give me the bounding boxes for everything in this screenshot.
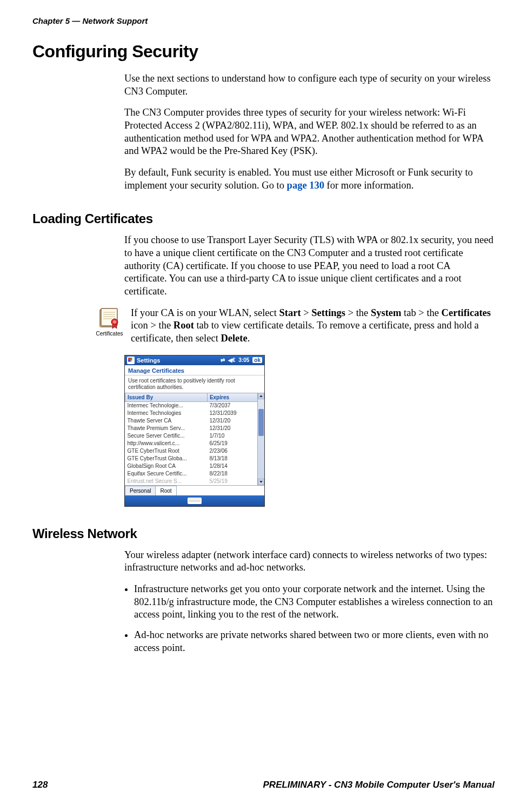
publication-title: PRELIMINARY - CN3 Mobile Computer User's… <box>263 780 495 790</box>
bullet-list: Infrastructure networks get you onto you… <box>134 583 495 654</box>
text-fragment: If your CA is on your WLAN, select <box>131 307 279 318</box>
page-title: Configuring Security <box>32 42 495 62</box>
svg-point-7 <box>113 320 116 324</box>
body-paragraph: The CN3 Computer provides three types of… <box>124 106 495 158</box>
col-header-expires[interactable]: Expires <box>207 393 257 401</box>
sip-keyboard-icon[interactable] <box>188 498 202 504</box>
tab-root[interactable]: Root <box>155 486 176 495</box>
table-row[interactable]: Intermec Technologies12/31/2039 <box>125 410 258 417</box>
ok-button[interactable]: ok <box>252 357 262 363</box>
cell-issued-by: Intermec Technologie... <box>125 401 208 410</box>
scroll-thumb[interactable] <box>258 409 264 436</box>
list-item-text: Infrastructure networks get you onto you… <box>134 583 493 620</box>
table-row[interactable]: Entrust.net Secure S...5/25/19 <box>125 478 258 485</box>
table-row[interactable]: Secure Server Certific...1/7/10 <box>125 432 258 440</box>
ui-path-step: Root <box>174 320 194 331</box>
cell-expires: 7/3/2037 <box>207 401 257 410</box>
list-item-text: Ad-hoc networks are private networks sha… <box>134 629 489 653</box>
table-row[interactable]: Thawte Server CA12/31/20 <box>125 417 258 425</box>
table-row[interactable]: GTE CyberTrust Globa...8/13/18 <box>125 455 258 462</box>
applet-subtitle: Manage Certificates <box>125 365 264 375</box>
wm-titlebar: Settings ⇄ ◀€ 3:05 ok <box>125 355 264 365</box>
body-paragraph: If you choose to use Transport Layer Sec… <box>124 234 495 298</box>
certificate-list-scrollpane[interactable]: Issued By Expires Intermec Technologie..… <box>125 393 264 485</box>
page-footer: 128 PRELIMINARY - CN3 Mobile Computer Us… <box>32 780 495 790</box>
text-fragment: for more information. <box>324 180 413 191</box>
cell-expires: 8/22/18 <box>207 470 257 478</box>
text-fragment: tab > the <box>401 307 441 318</box>
cell-expires: 8/13/18 <box>207 455 257 462</box>
cell-issued-by: http://www.valicert.c... <box>125 440 208 447</box>
table-row[interactable]: GTE CyberTrust Root2/23/06 <box>125 447 258 455</box>
certificates-icon-label: Certificates <box>95 331 124 337</box>
wm-bottombar <box>125 495 264 506</box>
embedded-screenshot-certificates: Settings ⇄ ◀€ 3:05 ok Manage Certificate… <box>124 355 265 507</box>
body-paragraph: Your wireless adapter (network interface… <box>124 549 495 574</box>
table-row[interactable]: Equifax Secure Certific...8/22/18 <box>125 470 258 478</box>
ui-path-step: Start <box>279 307 301 318</box>
scroll-up-button[interactable] <box>258 393 264 399</box>
ui-path-step: Settings <box>311 307 345 318</box>
certificate-icon <box>98 308 122 330</box>
list-item: Ad-hoc networks are private networks sha… <box>134 629 495 654</box>
tab-bar: Personal Root <box>125 485 264 495</box>
table-row[interactable]: GlobalSign Root CA1/28/14 <box>125 462 258 470</box>
body-paragraph: By default, Funk security is enabled. Yo… <box>124 166 495 192</box>
body-paragraph: If your CA is on your WLAN, select Start… <box>131 307 495 345</box>
connectivity-icon[interactable]: ⇄ <box>221 357 225 363</box>
cell-issued-by: GlobalSign Root CA <box>125 462 208 470</box>
cell-expires: 12/31/20 <box>207 417 257 425</box>
cell-expires: 12/31/20 <box>207 425 257 432</box>
ui-path-step: Certificates <box>442 307 491 318</box>
cell-expires: 1/7/10 <box>207 432 257 440</box>
cell-issued-by: Thawte Premium Serv... <box>125 425 208 432</box>
ui-path-step: Delete <box>221 333 247 344</box>
cell-issued-by: Thawte Server CA <box>125 417 208 425</box>
cell-issued-by: Secure Server Certific... <box>125 432 208 440</box>
clock-label: 3:05 <box>238 357 249 363</box>
cell-issued-by: GTE CyberTrust Globa... <box>125 455 208 462</box>
instruction-text: Use root certificates to positively iden… <box>125 375 264 393</box>
table-row[interactable]: http://www.valicert.c...6/25/19 <box>125 440 258 447</box>
start-menu-icon[interactable] <box>127 357 135 364</box>
cell-expires: 6/25/19 <box>207 440 257 447</box>
table-row[interactable]: Thawte Premium Serv...12/31/20 <box>125 425 258 432</box>
certificate-table: Issued By Expires Intermec Technologie..… <box>125 393 258 485</box>
col-header-issued-by[interactable]: Issued By <box>125 393 208 401</box>
body-paragraph: Use the next sections to understand how … <box>124 72 495 98</box>
text-fragment: . <box>248 333 250 344</box>
page-number: 128 <box>32 780 48 790</box>
certificates-applet-icon: Certificates <box>95 307 124 350</box>
cell-expires: 2/23/06 <box>207 447 257 455</box>
applet-title: Settings <box>137 357 160 364</box>
section-heading-wireless-network: Wireless Network <box>32 526 495 541</box>
volume-icon[interactable]: ◀€ <box>228 357 236 363</box>
text-fragment: > <box>301 307 312 318</box>
cell-expires: 1/28/14 <box>207 462 257 470</box>
cell-expires: 5/25/19 <box>207 478 257 485</box>
cell-issued-by: Entrust.net Secure S... <box>125 478 208 485</box>
text-fragment: > the <box>345 307 371 318</box>
cell-issued-by: Intermec Technologies <box>125 410 208 417</box>
cell-issued-by: GTE CyberTrust Root <box>125 447 208 455</box>
table-row[interactable]: Intermec Technologie...7/3/2037 <box>125 401 258 410</box>
page-link[interactable]: page 130 <box>287 180 324 191</box>
cell-expires: 12/31/2039 <box>207 410 257 417</box>
list-item: Infrastructure networks get you onto you… <box>134 583 495 621</box>
text-fragment: icon > the <box>131 320 174 331</box>
running-header: Chapter 5 — Network Support <box>32 16 495 25</box>
tab-personal[interactable]: Personal <box>125 486 156 495</box>
ui-path-step: System <box>371 307 402 318</box>
section-heading-loading-certificates: Loading Certificates <box>32 211 495 226</box>
scroll-down-button[interactable] <box>258 479 264 485</box>
cell-issued-by: Equifax Secure Certific... <box>125 470 208 478</box>
